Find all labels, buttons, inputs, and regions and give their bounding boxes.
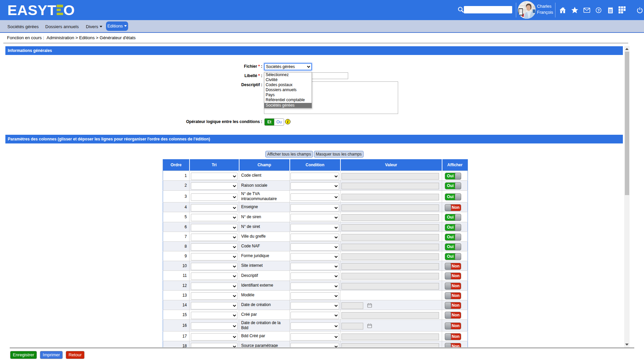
svg-text:?: ? [597,8,600,12]
